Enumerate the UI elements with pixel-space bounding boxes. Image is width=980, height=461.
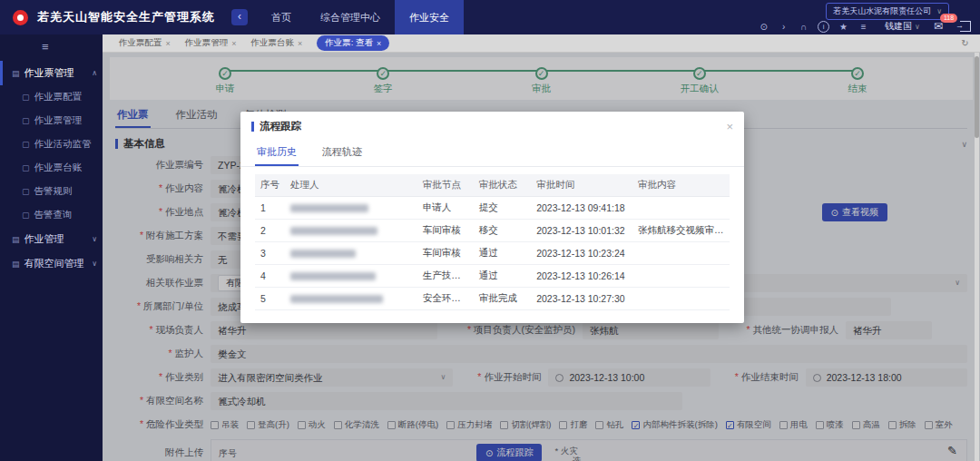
target-icon[interactable]: ⊙	[758, 21, 769, 33]
table-header-3: 审批状态	[474, 174, 531, 197]
open-tab-1[interactable]: 作业票管理×	[185, 37, 237, 49]
mail-icon[interactable]: ✉ 118	[934, 20, 943, 33]
menu-icon: ▢	[22, 116, 30, 125]
sidebar-item-0-5[interactable]: ▢告警查询	[0, 203, 103, 227]
cell-status: 提交	[474, 197, 531, 220]
table-header-1: 处理人	[285, 174, 417, 197]
sidebar-group-2[interactable]: ▤有限空间管理∨	[0, 251, 103, 276]
table-header-5: 审批内容	[632, 174, 730, 197]
header-right: 若羌天山水泥有限责任公司 ∨ ⊙›∩i★≡ 钱建国 ∨ ✉ 118 →	[726, 0, 971, 34]
open-tab-3[interactable]: 作业票: 查看×	[317, 35, 389, 51]
cell-handler	[285, 288, 417, 310]
redacted-name	[290, 250, 356, 258]
nav-item-2[interactable]: 作业安全	[395, 0, 464, 34]
cell-node: 车间审核	[417, 220, 474, 242]
sidebar-item-label: 作业票管理	[34, 114, 83, 127]
menu-icon: ▤	[12, 69, 20, 78]
cell-node: 申请人	[417, 197, 474, 220]
table-row: 2车间审核移交2023-12-13 10:01:32张炜航移交视频审批。	[255, 220, 730, 242]
nav-item-1[interactable]: 综合管理中心	[306, 0, 395, 34]
sidebar-item-label: 告警查询	[34, 209, 73, 221]
company-name: 若羌天山水泥有限责任公司	[833, 5, 931, 17]
open-tab-2[interactable]: 作业票台账×	[251, 37, 303, 49]
app-title: 若羌天山智能安全生产管理系统	[37, 9, 215, 25]
redacted-name	[290, 272, 376, 280]
cell-handler	[285, 197, 417, 220]
cell-comment: 张炜航移交视频审批。	[632, 220, 730, 242]
cell-handler	[285, 220, 417, 242]
cell-comment	[632, 197, 730, 220]
cell-time: 2023-12-13 10:26:14	[531, 265, 632, 288]
table-row: 1申请人提交2023-12-13 09:41:18	[255, 197, 730, 220]
logout-icon[interactable]: →	[960, 21, 971, 32]
info-icon[interactable]: i	[818, 21, 829, 33]
cell-no: 4	[255, 265, 285, 288]
page-content: ✓申请✓签字✓审批✓开工确认✓结束 作业票作业活动气体检测 基本信息 ∨ 作业票…	[103, 53, 980, 461]
modal-title-bar	[251, 122, 254, 132]
cell-handler	[285, 242, 417, 265]
sidebar-collapse-icon[interactable]: ≡	[0, 34, 103, 61]
cell-node: 车间审核	[417, 242, 474, 265]
tab-close-icon[interactable]: ×	[298, 39, 302, 48]
sidebar-item-0-4[interactable]: ▢告警规则	[0, 180, 103, 203]
table-row: 5安全环保部…审批完成2023-12-13 10:27:30	[255, 288, 730, 310]
tab-close-icon[interactable]: ×	[231, 39, 236, 48]
user-menu[interactable]: 钱建国 ∨	[885, 20, 920, 33]
cell-no: 1	[255, 197, 285, 220]
sidebar-item-0-1[interactable]: ▢作业票管理	[0, 109, 103, 132]
cell-time: 2023-12-13 09:41:18	[531, 197, 632, 220]
list-icon[interactable]: ≡	[858, 21, 869, 33]
table-header-2: 审批节点	[417, 174, 474, 197]
arrow-icon[interactable]: ›	[778, 21, 789, 33]
sidebar-item-label: 作业票配置	[34, 91, 83, 103]
modal-tab-0[interactable]: 审批历史	[255, 142, 299, 166]
sidebar-group-label: 作业票管理	[24, 66, 88, 80]
modal-tab-1[interactable]: 流程轨迹	[320, 142, 364, 166]
tab-close-icon[interactable]: ×	[377, 39, 381, 48]
refresh-icon[interactable]: ↻	[959, 37, 971, 49]
sidebar-item-0-0[interactable]: ▢作业票配置	[0, 85, 103, 109]
close-icon[interactable]: ×	[726, 120, 733, 133]
cell-status: 移交	[474, 220, 531, 242]
chevron-up-icon: ∧	[92, 69, 97, 77]
sidebar-group-1[interactable]: ▤作业管理∨	[0, 227, 103, 251]
process-track-modal: 流程跟踪 × 审批历史流程轨迹 序号处理人审批节点审批状态审批时间审批内容 1申…	[240, 112, 744, 323]
sidebar-group-0[interactable]: ▤作业票管理∧	[0, 61, 103, 85]
cell-no: 5	[255, 288, 285, 310]
sidebar-item-label: 作业活动监管	[34, 138, 92, 151]
company-select[interactable]: 若羌天山水泥有限责任公司 ∨	[826, 3, 949, 20]
redacted-name	[290, 204, 368, 212]
sidebar-item-label: 作业票台账	[34, 162, 83, 174]
menu-icon: ▢	[22, 211, 30, 220]
sidebar-group-label: 作业管理	[24, 232, 88, 246]
brand-logo-icon	[13, 10, 28, 25]
nav-collapse-icon[interactable]: ‹	[231, 9, 248, 25]
table-header-0: 序号	[255, 174, 285, 197]
menu-icon: ▢	[22, 93, 30, 102]
modal-tabs: 审批历史流程轨迹	[240, 140, 744, 167]
sidebar-menu: ▤作业票管理∧▢作业票配置▢作业票管理▢作业活动监管▢作业票台账▢告警规则▢告警…	[0, 61, 103, 276]
cell-time: 2023-12-13 10:27:30	[531, 288, 632, 310]
cell-comment	[632, 288, 730, 310]
scrollbar-thumb[interactable]	[975, 56, 979, 138]
tab-close-icon[interactable]: ×	[166, 39, 171, 48]
sidebar-item-label: 告警规则	[34, 185, 73, 198]
nav-item-0[interactable]: 首页	[257, 0, 306, 34]
open-tabs-bar: 作业票配置×作业票管理×作业票台账×作业票: 查看× ↻	[103, 34, 980, 53]
sidebar-item-0-3[interactable]: ▢作业票台账	[0, 156, 103, 180]
headset-icon[interactable]: ∩	[798, 21, 809, 33]
open-tab-0[interactable]: 作业票配置×	[119, 37, 171, 49]
table-row: 4生产技术科…通过2023-12-13 10:26:14	[255, 265, 730, 288]
menu-icon: ▢	[22, 140, 30, 149]
content-scrollbar[interactable]	[975, 53, 979, 461]
header-nav: 首页综合管理中心作业安全	[257, 0, 464, 34]
cell-status: 通过	[474, 265, 531, 288]
redacted-name	[290, 227, 377, 235]
redacted-name	[290, 295, 383, 303]
open-tab-label: 作业票管理	[185, 37, 229, 49]
menu-icon: ▤	[12, 260, 20, 269]
open-tab-label: 作业票: 查看	[325, 37, 373, 49]
sidebar-item-0-2[interactable]: ▢作业活动监管	[0, 132, 103, 156]
star-icon[interactable]: ★	[838, 21, 849, 33]
table-row: 3车间审核通过2023-12-13 10:23:24	[255, 242, 730, 265]
